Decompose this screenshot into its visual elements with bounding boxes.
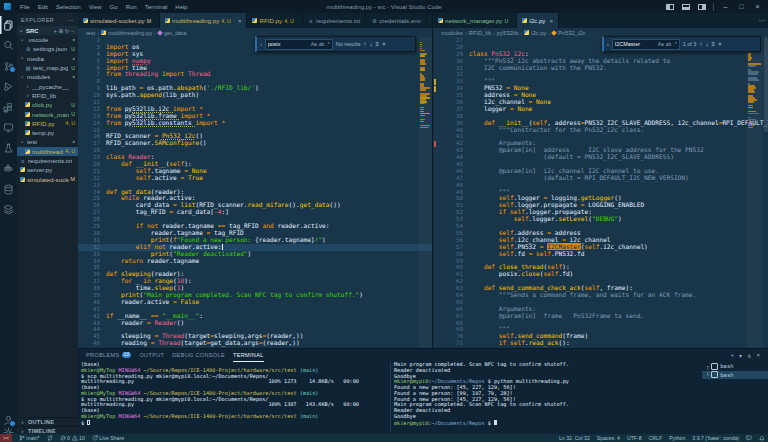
regex-icon[interactable]: .* <box>673 41 676 47</box>
find-in-selection-icon[interactable]: ≡ <box>375 41 379 47</box>
tree-item-test-map-jpg[interactable]: ▨test_map.jpgU <box>17 63 78 72</box>
panel-tab-output[interactable]: OUTPUT <box>139 349 164 361</box>
status-notifications[interactable] <box>759 435 765 442</box>
window-control-layout-sidebar-right[interactable] <box>697 2 706 11</box>
code-line[interactable]: 37 logger = None <box>433 106 768 113</box>
new-terminal-icon[interactable]: + <box>731 352 735 359</box>
code-line[interactable]: 67 @param[in] frame Pn532Frame to send. <box>433 313 768 320</box>
more-actions-icon[interactable]: ⋯ <box>68 16 74 23</box>
status-remote[interactable]: >< <box>0 434 12 442</box>
close-icon[interactable]: × <box>549 18 553 24</box>
breadcrumb-item[interactable]: i2c.py <box>524 30 546 36</box>
tab-simulated-socket-py[interactable]: simulated-socket.pyM <box>78 13 160 28</box>
status-indentation[interactable]: Spaces: 4 <box>597 435 620 441</box>
code-line[interactable]: 17RFID_scanner.SAMconfigure() <box>78 140 432 147</box>
tree-item--pycache-[interactable]: ›__pycache__ <box>17 81 78 90</box>
activity-search[interactable] <box>0 37 17 55</box>
status-problems[interactable]: 010 <box>60 435 85 442</box>
window-control-minimize[interactable]: – <box>721 2 730 11</box>
tree-item-modules[interactable]: ›modules● <box>17 72 78 81</box>
panel-tab-terminal[interactable]: TERMINAL <box>233 349 264 362</box>
code-line[interactable]: 71 if self.read_ack(): <box>433 340 768 347</box>
chevron-right-icon[interactable]: › <box>607 41 609 47</box>
window-control-layout-sidebar[interactable] <box>665 2 674 11</box>
breadcrumb-item[interactable]: get_data <box>158 30 187 36</box>
menu-view[interactable]: View <box>85 4 106 10</box>
tab-network-manager-py[interactable]: network_manager.pyU <box>433 13 517 28</box>
code-line[interactable]: 47 (default = RPI_DEFAULT_I2C_NEW_VERSIO… <box>433 175 768 182</box>
code-line[interactable]: 61 posix.close(self.fd) <box>433 271 768 278</box>
window-control-close[interactable]: × <box>753 2 762 11</box>
terminal-right-pane[interactable]: Main program completed. Scan NFC tag to … <box>390 362 700 432</box>
code-editor[interactable]: 23import os4import sys5import numpy6impo… <box>78 37 432 348</box>
activity-database[interactable] <box>0 180 17 198</box>
breadcrumb-item[interactable]: test <box>86 30 95 36</box>
tree-item-multithreadi-[interactable]: multithreadi...4, U <box>17 147 78 156</box>
panel-tab-debug-console[interactable]: DEBUG CONSOLE <box>172 349 225 361</box>
code-line[interactable]: 44 (default = PN532_I2C_SLAVE_ADDRESS) <box>433 154 768 161</box>
code-line[interactable]: 53 self.logger.setLevel("DEBUG") <box>433 216 768 223</box>
find-input[interactable]: posixAaab.* <box>265 39 333 50</box>
whole-word-icon[interactable]: ab <box>666 41 672 47</box>
tree-item-requirements-txt[interactable]: ≡requirements.txt <box>17 156 78 165</box>
code-line[interactable]: 46 reading = Thread(target=get_data,args… <box>78 340 432 347</box>
previous-match-icon[interactable]: ↑ <box>363 41 366 47</box>
next-match-icon[interactable]: ↓ <box>369 41 372 47</box>
menu-edit[interactable]: Edit <box>34 4 52 10</box>
regex-icon[interactable]: .* <box>326 41 329 47</box>
activity-remote-explorer[interactable] <box>0 119 17 137</box>
breadcrumb-item[interactable]: modules <box>441 30 463 36</box>
whole-word-icon[interactable]: ab <box>319 41 325 47</box>
breadcrumb-item[interactable]: RFID_lib <box>469 30 492 36</box>
status-language-mode[interactable]: Python <box>669 435 685 441</box>
window-control-maximize[interactable]: □ <box>737 2 746 11</box>
menu-help[interactable]: Help <box>171 4 191 10</box>
close-icon[interactable]: × <box>756 352 760 359</box>
code-line[interactable]: 34 return reader.tagname <box>78 258 432 265</box>
tree-item-temp-py[interactable]: temp.py <box>17 128 78 137</box>
activity-layers[interactable] <box>0 201 17 219</box>
new-folder-icon[interactable]: ⊞ <box>59 28 63 34</box>
terminal-instance-bash[interactable]: ┌bash <box>702 362 768 371</box>
code-line[interactable]: 40 reader.active = False <box>78 299 432 306</box>
breadcrumb-item[interactable]: multithreading.py <box>101 30 152 36</box>
tree-item-server-py[interactable]: server.py <box>17 165 78 174</box>
tree-item--vscode[interactable]: ›.vscode● <box>17 35 78 44</box>
code-line[interactable]: 10sys.path.append(lib_path) <box>78 92 432 99</box>
status-python-interpreter[interactable]: 3.9.7 ('base': conda) <box>692 435 739 441</box>
find-in-selection-icon[interactable]: ≡ <box>711 41 715 47</box>
code-line[interactable]: 43 reader = Reader() <box>78 320 432 327</box>
tree-item-media[interactable]: ›media● <box>17 54 78 63</box>
tab-credentials-env[interactable]: ⚙credentials.env <box>366 13 427 28</box>
section-timeline[interactable]: ›TIMELINE <box>17 426 78 435</box>
activity-run-debug[interactable] <box>0 78 17 96</box>
status-encoding[interactable]: UTF-8 <box>627 435 642 441</box>
tree-item-rfid-py[interactable]: RFID.py4, U <box>17 119 78 128</box>
scrollbar[interactable] <box>763 37 768 348</box>
menu-selection[interactable]: Selection <box>52 4 85 10</box>
activity-source-control[interactable] <box>0 57 17 75</box>
code-line[interactable]: 7from threading import Thread <box>78 71 432 78</box>
minimap[interactable] <box>419 37 432 348</box>
activity-explorer[interactable] <box>0 16 17 34</box>
code-line[interactable]: 31 I2C communication with the PN532. <box>433 65 768 72</box>
minimap[interactable] <box>747 37 763 348</box>
scrollbar-thumb[interactable] <box>764 37 768 132</box>
close-icon[interactable]: × <box>238 18 242 24</box>
breadcrumb-item[interactable]: Pn532_i2c <box>552 30 585 36</box>
menu-file[interactable]: File <box>16 4 34 10</box>
code-line[interactable]: 22 self.active = True <box>78 175 432 182</box>
next-match-icon[interactable]: ↓ <box>705 41 708 47</box>
tree-item-simulated-socke-[interactable]: simulated-socke...M <box>17 174 78 183</box>
picker-icon[interactable]: ▾ <box>739 352 742 359</box>
tab-i2c-py[interactable]: i2c.py× <box>517 13 559 28</box>
tree-item-test[interactable]: ›test● <box>17 137 78 146</box>
tab-requirements-txt[interactable]: ≡requirements.txt <box>303 13 366 28</box>
status-sync[interactable] <box>47 435 53 442</box>
menu-terminal[interactable]: Terminal <box>141 4 172 10</box>
status-branch[interactable]: main* <box>19 435 40 442</box>
terminal-left-pane[interactable]: (base)mkier@MyTop MINGW64 ~/Source/Repos… <box>81 362 386 432</box>
code-line[interactable]: 14from py532lib.constants import * <box>78 120 432 127</box>
tree-item-click-py[interactable]: click.pyU <box>17 100 78 109</box>
maximize-icon[interactable]: ∧ <box>747 352 751 359</box>
